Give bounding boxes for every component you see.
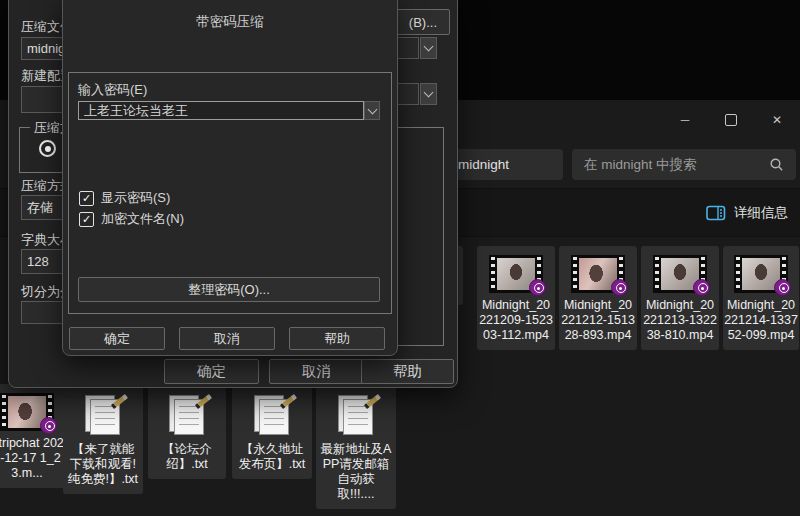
password-cancel-label: 取消 (214, 330, 240, 348)
encrypt-names-checkbox[interactable]: ✓ (79, 212, 94, 227)
file-name: Midnight_20221209-152303-112.mp4 (479, 298, 553, 343)
password-dropdown-button[interactable] (364, 101, 380, 120)
password-value: 上老王论坛当老王 (84, 102, 188, 120)
show-password-checkbox[interactable]: ✓ (79, 191, 94, 206)
password-ok-label: 确定 (104, 330, 130, 348)
check-icon: ✓ (82, 192, 91, 205)
minimize-button[interactable]: ─ (662, 100, 708, 140)
archive-ok-label: 确定 (197, 362, 226, 381)
file-name: 最新地址及APP请发邮箱自动获取!!!.... (319, 442, 393, 502)
search-placeholder: 在 midnight 中搜索 (584, 156, 697, 174)
video-thumbnail (0, 393, 54, 431)
text-file-icon (333, 393, 379, 437)
password-dialog-title: 带密码压缩 (63, 13, 397, 31)
format-dropdown-button[interactable] (420, 37, 437, 59)
close-icon: ✕ (772, 113, 782, 127)
organize-passwords-button[interactable]: 整理密码(O)... (78, 277, 380, 302)
show-password-row: ✓ 显示密码(S) (79, 189, 170, 207)
video-thumbnail (734, 255, 788, 293)
file-name: Midnight_20221214-133752-099.mp4 (724, 298, 798, 343)
file-tile[interactable]: 最新地址及APP请发邮箱自动获取!!!.... (316, 384, 396, 509)
search-input[interactable]: 在 midnight 中搜索 (572, 149, 796, 180)
file-tile[interactable]: Midnight_20221214-133752-099.mp4 (723, 246, 799, 350)
file-tile[interactable]: Midnight_20221213-132238-810.mp4 (641, 246, 719, 350)
file-tile[interactable]: Midnight_20221209-152303-112.mp4 (477, 246, 555, 350)
media-player-badge-icon (693, 279, 710, 296)
chevron-down-icon (367, 104, 377, 114)
text-file-icon (80, 393, 126, 437)
method-value: 存储 (27, 199, 53, 217)
maximize-button[interactable] (708, 100, 754, 140)
password-help-button[interactable]: 帮助 (289, 327, 385, 350)
file-tile[interactable]: Stripchat 2022-12-17 1_23.m... (0, 384, 66, 488)
file-name: 【来了就能下载和观看!纯免费!】.txt (66, 442, 140, 487)
show-password-label: 显示密码(S) (101, 189, 170, 207)
archive-cancel-label: 取消 (302, 362, 331, 381)
details-pane-icon (706, 205, 726, 221)
file-name: Stripchat 2022-12-17 1_23.m... (0, 436, 64, 481)
file-name: 【论坛介绍】.txt (150, 442, 224, 472)
chevron-down-icon (424, 42, 434, 52)
details-toggle-label: 详细信息 (734, 204, 788, 222)
archive-ok-button[interactable]: 确定 (164, 359, 259, 384)
video-thumbnail (571, 255, 625, 293)
archive-help-label: 帮助 (393, 362, 422, 381)
level-dropdown-button[interactable] (420, 83, 437, 105)
password-help-label: 帮助 (324, 330, 350, 348)
media-player-badge-icon (774, 279, 791, 296)
password-label: 输入密码(E) (78, 81, 147, 99)
close-button[interactable]: ✕ (754, 100, 800, 140)
video-thumbnail (653, 255, 707, 293)
browse-button-label: (B)... (409, 15, 437, 30)
media-player-badge-icon (611, 279, 628, 296)
password-dialog: 带密码压缩 输入密码(E) 上老王论坛当老王 ✓ 显示密码(S) ✓ 加密文件名… (62, 0, 398, 356)
file-tile[interactable]: 【永久地址发布页】.txt (232, 384, 312, 479)
video-thumbnail (489, 255, 543, 293)
minimize-icon: ─ (681, 113, 690, 127)
maximize-icon (725, 114, 737, 126)
organize-passwords-label: 整理密码(O)... (188, 281, 270, 299)
file-tile[interactable]: 【论坛介绍】.txt (148, 384, 226, 479)
password-cancel-button[interactable]: 取消 (179, 327, 275, 350)
archive-cancel-button[interactable]: 取消 (269, 359, 364, 384)
encrypt-names-row: ✓ 加密文件名(N) (79, 210, 184, 228)
file-name: 【永久地址发布页】.txt (235, 442, 309, 472)
file-name: Midnight_20221213-132238-810.mp4 (643, 298, 717, 343)
file-tile[interactable]: 【来了就能下载和观看!纯免费!】.txt (63, 384, 143, 494)
media-player-badge-icon (40, 417, 57, 434)
details-toggle[interactable]: 详细信息 (706, 200, 788, 226)
archive-help-button[interactable]: 帮助 (361, 359, 454, 384)
format-radio[interactable] (39, 140, 56, 157)
password-combobox[interactable]: 上老王论坛当老王 (78, 101, 364, 120)
file-name: Midnight_20221212-151328-893.mp4 (561, 298, 635, 343)
file-tile[interactable]: Midnight_20221212-151328-893.mp4 (559, 246, 637, 350)
dictionary-value: 128 (27, 254, 49, 269)
encrypt-names-label: 加密文件名(N) (101, 210, 184, 228)
check-icon: ✓ (82, 213, 91, 226)
password-ok-button[interactable]: 确定 (69, 327, 165, 350)
breadcrumb-label: midnight (458, 157, 509, 172)
text-file-icon (164, 393, 210, 437)
text-file-icon (249, 393, 295, 437)
media-player-badge-icon (529, 279, 546, 296)
chevron-down-icon (424, 88, 434, 98)
search-icon (769, 157, 784, 172)
